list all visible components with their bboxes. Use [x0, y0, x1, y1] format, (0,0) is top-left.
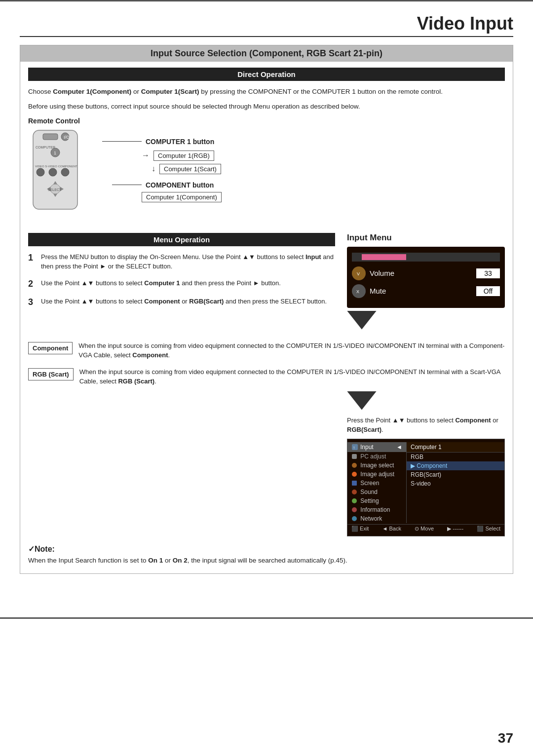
step-text-1: Press the MENU button to display the On-…: [41, 252, 335, 271]
computer1-scart-row: ↓ Computer 1(Scart): [147, 164, 505, 174]
menu-right-svideo: S-video: [407, 479, 504, 488]
component-tag: Component: [28, 342, 73, 355]
remote-labels-container: COMPUTER 1 button → Computer 1(RGB) ↓ Co…: [102, 128, 505, 202]
rgb-scart-note-text: When the input source is coming from vid…: [79, 367, 505, 386]
step-item-1: 1 Press the MENU button to display the O…: [28, 252, 335, 271]
svg-point-28: [352, 498, 357, 503]
svg-text:V: V: [357, 271, 360, 276]
menu-left-image-adjust: Image adjust: [347, 470, 406, 479]
step-text-3: Use the Point ▲▼ buttons to select Compo…: [41, 297, 327, 308]
remote-control-label: Remote Control: [20, 117, 513, 128]
pink-bar: [362, 254, 406, 260]
menu-right-component: ▶ Component: [407, 461, 504, 470]
input-menu-panel: V Volume 33 X Mute Off: [347, 247, 505, 308]
svg-point-27: [352, 490, 357, 494]
step-item-2: 2 Use the Point ▲▼ buttons to select Com…: [28, 278, 335, 290]
mute-value: Off: [476, 286, 500, 296]
svg-point-24: [352, 463, 357, 468]
menu-left-setting: Setting: [347, 496, 406, 505]
svg-text:X: X: [356, 289, 359, 294]
section-title: Input Source Selection (Component, RGB S…: [20, 45, 513, 62]
menu-left-screen: Screen: [347, 479, 406, 488]
page-title: Video Input: [20, 13, 513, 34]
footer-back: ◄ Back: [382, 526, 401, 532]
svg-point-8: [37, 168, 44, 176]
remote-control-svg: I/O COMPUTER 1 VIDEO S-VIDEO COMPONENT: [28, 128, 92, 227]
mute-row: X Mute Off: [352, 284, 500, 298]
menu-right-rgb: RGB: [407, 453, 504, 461]
svg-text:SELECT: SELECT: [48, 188, 62, 191]
svg-rect-1: [43, 134, 58, 140]
component-note-text: When the input source is coming from vid…: [78, 341, 505, 360]
svg-point-30: [352, 516, 357, 521]
component-button-label: COMPONENT button: [146, 181, 214, 189]
svg-text:VIDEO  S-VIDEO  COMPONENT: VIDEO S-VIDEO COMPONENT: [35, 165, 77, 168]
computer1-button-row: COMPUTER 1 button: [102, 138, 505, 146]
note-title: ✓Note:: [28, 545, 55, 553]
step-item-3: 3 Use the Point ▲▼ buttons to select Com…: [28, 297, 335, 308]
svg-text:COMPUTER: COMPUTER: [36, 146, 55, 149]
page-number: 37: [498, 730, 513, 746]
bottom-right-col: Press the Point ▲▼ buttons to select Com…: [347, 391, 505, 536]
menu-left-header: ↑ Input ◄: [347, 442, 406, 452]
direct-operation-title: Direct Operation: [28, 68, 505, 81]
steps-list: 1 Press the MENU button to display the O…: [28, 252, 335, 308]
footer-move: ⊙ Move: [415, 526, 434, 532]
svg-point-9: [49, 168, 57, 176]
menu-right-header-text: Computer 1: [411, 444, 442, 451]
svg-text:1: 1: [54, 151, 56, 155]
computer1-rgb-label: Computer 1(RGB): [153, 151, 214, 161]
remote-diagram-area: I/O COMPUTER 1 VIDEO S-VIDEO COMPONENT: [20, 128, 513, 228]
rgb-scart-tag: RGB (Scart): [28, 368, 74, 381]
direct-operation-body1: Choose Computer 1(Component) or Computer…: [20, 87, 513, 97]
menu-left-header-text: Input: [360, 444, 374, 451]
menu-left-network: Network: [347, 514, 406, 523]
menu-left-information: Information: [347, 505, 406, 514]
computer1-scart-label: Computer 1(Scart): [159, 164, 221, 174]
mute-label: Mute: [370, 287, 472, 295]
mute-icon: X: [352, 284, 366, 298]
component-note-row: Component When the input source is comin…: [28, 341, 505, 360]
volume-label: Volume: [370, 269, 472, 277]
notes-area: Component When the input source is comin…: [20, 341, 513, 386]
svg-rect-23: [352, 454, 357, 459]
footer-dots: ▶ ------: [447, 526, 463, 532]
input-menu-top-bar: [352, 253, 500, 262]
bottom-two-col: Press the Point ▲▼ buttons to select Com…: [20, 391, 513, 536]
remote-svg-container: I/O COMPUTER 1 VIDEO S-VIDEO COMPONENT: [28, 128, 92, 228]
press-point-text: Press the Point ▲▼ buttons to select Com…: [347, 416, 505, 435]
menu-left-image-select: Image select: [347, 461, 406, 470]
input-menu-title: Input Menu: [347, 233, 505, 243]
step-num-2: 2: [28, 278, 37, 290]
bold-computer1-component: Computer 1(Component): [53, 88, 131, 95]
computer1-button-label: COMPUTER 1 button: [146, 138, 214, 146]
footer-select: ⬛ Select: [477, 526, 500, 532]
page-title-bar: Video Input: [20, 13, 513, 37]
step-num-3: 3: [28, 297, 37, 308]
computer1-rgb-row: → Computer 1(RGB): [142, 151, 505, 161]
menu-footer: ⬛ Exit ◄ Back ⊙ Move ▶ ------ ⬛ Select: [347, 524, 504, 533]
step-num-1: 1: [28, 252, 37, 271]
step-text-2: Use the Point ▲▼ buttons to select Compu…: [41, 278, 281, 290]
menu-right-header: Computer 1: [407, 442, 504, 453]
svg-text:↑: ↑: [353, 445, 355, 450]
input-menu-col: Input Menu V Volume 33 X: [347, 233, 505, 333]
bold-computer1-scart: Computer 1(Scart): [141, 88, 199, 95]
volume-value: 33: [476, 268, 500, 278]
menu-screenshot-panel: ↑ Input ◄ PC adjust Image select: [347, 439, 505, 536]
rgb-scart-note-row: RGB (Scart) When the input source is com…: [28, 367, 505, 386]
svg-point-29: [352, 507, 357, 512]
svg-text:I/O: I/O: [64, 135, 70, 140]
menu-right-col: Computer 1 RGB ▶ Component RGB(Scart) S-…: [407, 442, 504, 523]
volume-row: V Volume 33: [352, 266, 500, 280]
note-section: ✓Note: When the Input Search function is…: [20, 544, 513, 566]
menu-operation-col: Menu Operation 1 Press the MENU button t…: [28, 233, 335, 333]
two-col-section: Menu Operation 1 Press the MENU button t…: [20, 233, 513, 333]
svg-rect-26: [352, 481, 357, 486]
computer1-component-label: Computer 1(Component): [142, 192, 222, 202]
menu-left-col: ↑ Input ◄ PC adjust Image select: [347, 442, 407, 523]
computer1-component-row: Computer 1(Component): [142, 192, 505, 202]
bottom-down-arrow: [347, 391, 505, 412]
direct-operation-body2: Before using these buttons, correct inpu…: [20, 102, 513, 112]
down-arrow-shape: [347, 311, 377, 330]
